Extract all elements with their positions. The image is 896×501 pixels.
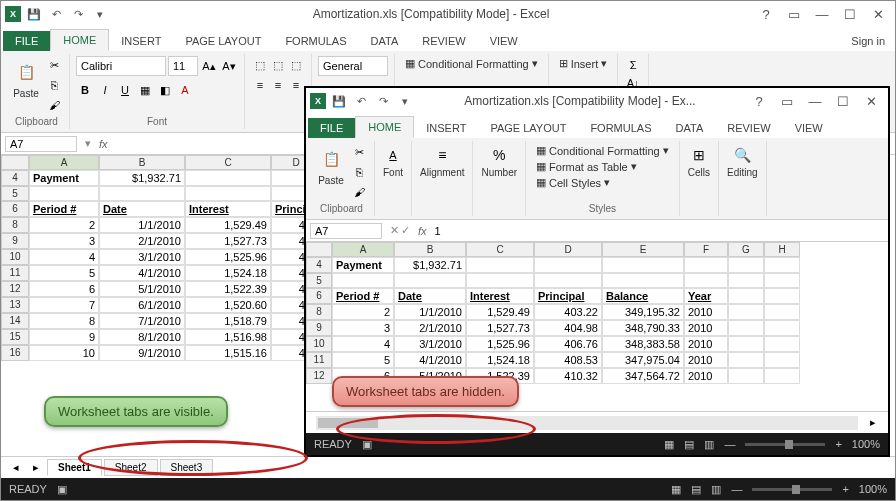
align-right-icon[interactable]: ≡: [287, 76, 305, 94]
tab-data[interactable]: DATA: [664, 118, 716, 138]
cell[interactable]: 9/1/2010: [99, 345, 185, 361]
row-header[interactable]: 10: [306, 336, 332, 352]
qa-more-icon[interactable]: ▾: [91, 5, 109, 23]
cell[interactable]: 1,520.60: [185, 297, 271, 313]
col-header[interactable]: G: [728, 242, 764, 257]
cell[interactable]: Date: [99, 201, 185, 217]
paste-button[interactable]: 📋 Paste: [10, 56, 42, 101]
help-icon[interactable]: ?: [753, 4, 779, 24]
copy-icon[interactable]: ⎘: [350, 163, 368, 181]
cancel-icon[interactable]: ✕: [390, 224, 399, 237]
cell[interactable]: 10: [29, 345, 99, 361]
sign-in-link[interactable]: Sign in: [841, 31, 895, 51]
view-pagebreak-icon[interactable]: ▥: [704, 438, 714, 451]
increase-font-icon[interactable]: A▴: [200, 57, 218, 75]
row-header[interactable]: 13: [1, 297, 29, 313]
tab-home[interactable]: HOME: [355, 116, 414, 138]
view-pagebreak-icon[interactable]: ▥: [711, 483, 721, 496]
italic-button[interactable]: I: [96, 81, 114, 99]
zoom-out-icon[interactable]: —: [731, 483, 742, 495]
fx-dropdown-icon[interactable]: ▾: [85, 137, 91, 150]
select-all-corner[interactable]: [306, 242, 332, 257]
format-painter-icon[interactable]: 🖌: [45, 96, 63, 114]
zoom-level[interactable]: 100%: [859, 483, 887, 495]
ribbon-toggle-icon[interactable]: ▭: [774, 91, 800, 111]
conditional-formatting-button[interactable]: ▦Conditional Formatting▾: [401, 56, 542, 71]
tab-insert[interactable]: INSERT: [414, 118, 478, 138]
font-size-select[interactable]: 11: [168, 56, 198, 76]
cell[interactable]: Payment: [29, 170, 99, 186]
row-header[interactable]: 4: [1, 170, 29, 186]
align-top-icon[interactable]: ⬚: [251, 56, 269, 74]
enter-icon[interactable]: ✓: [401, 224, 410, 237]
view-layout-icon[interactable]: ▤: [691, 483, 701, 496]
align-middle-icon[interactable]: ⬚: [269, 56, 287, 74]
row-header[interactable]: 11: [306, 352, 332, 368]
minimize-icon[interactable]: —: [802, 91, 828, 111]
cell[interactable]: [185, 170, 271, 186]
insert-cells-button[interactable]: ⊞Insert▾: [555, 56, 612, 71]
maximize-icon[interactable]: ☐: [837, 4, 863, 24]
ribbon-toggle-icon[interactable]: ▭: [781, 4, 807, 24]
font-color-icon[interactable]: A: [176, 81, 194, 99]
conditional-formatting-button[interactable]: ▦Conditional Formatting▾: [532, 143, 673, 158]
align-center-icon[interactable]: ≡: [269, 76, 287, 94]
border-icon[interactable]: ▦: [136, 81, 154, 99]
cell[interactable]: 4/1/2010: [99, 265, 185, 281]
cell[interactable]: 3/1/2010: [99, 249, 185, 265]
tab-data[interactable]: DATA: [359, 31, 411, 51]
tab-formulas[interactable]: FORMULAS: [578, 118, 663, 138]
cell[interactable]: 6: [29, 281, 99, 297]
cell[interactable]: 1/1/2010: [99, 217, 185, 233]
cell[interactable]: 4: [29, 249, 99, 265]
tab-formulas[interactable]: FORMULAS: [273, 31, 358, 51]
cells-group-button[interactable]: ⊞Cells: [686, 143, 712, 180]
undo-icon[interactable]: ↶: [352, 92, 370, 110]
row-header[interactable]: 14: [1, 313, 29, 329]
font-name-select[interactable]: Calibri: [76, 56, 166, 76]
cell[interactable]: 1,516.98: [185, 329, 271, 345]
cell[interactable]: 1,515.16: [185, 345, 271, 361]
align-left-icon[interactable]: ≡: [251, 76, 269, 94]
close-icon[interactable]: ✕: [858, 91, 884, 111]
scroll-right-icon[interactable]: ▸: [864, 414, 882, 432]
tab-view[interactable]: VIEW: [478, 31, 530, 51]
view-normal-icon[interactable]: ▦: [664, 438, 674, 451]
name-box[interactable]: [310, 223, 382, 239]
col-header[interactable]: C: [466, 242, 534, 257]
redo-icon[interactable]: ↷: [374, 92, 392, 110]
row-header[interactable]: 6: [1, 201, 29, 217]
cut-icon[interactable]: ✂: [350, 143, 368, 161]
formula-input[interactable]: [431, 224, 888, 238]
row-header[interactable]: 5: [1, 186, 29, 201]
tab-nav-prev-icon[interactable]: ◂: [7, 459, 25, 477]
cell[interactable]: 6/1/2010: [99, 297, 185, 313]
tab-home[interactable]: HOME: [50, 29, 109, 51]
font-group-button[interactable]: AFont: [381, 143, 405, 180]
cell[interactable]: 5: [29, 265, 99, 281]
format-painter-icon[interactable]: 🖌: [350, 183, 368, 201]
col-header[interactable]: H: [764, 242, 800, 257]
help-icon[interactable]: ?: [746, 91, 772, 111]
tab-page-layout[interactable]: PAGE LAYOUT: [173, 31, 273, 51]
col-header[interactable]: A: [332, 242, 394, 257]
number-group-button[interactable]: %Number: [479, 143, 519, 180]
qa-more-icon[interactable]: ▾: [396, 92, 414, 110]
underline-button[interactable]: U: [116, 81, 134, 99]
cell[interactable]: 1,524.18: [185, 265, 271, 281]
cell[interactable]: 1,527.73: [185, 233, 271, 249]
row-header[interactable]: 12: [306, 368, 332, 384]
align-bottom-icon[interactable]: ⬚: [287, 56, 305, 74]
cell[interactable]: 2/1/2010: [99, 233, 185, 249]
macro-record-icon[interactable]: ▣: [57, 483, 67, 496]
tab-file[interactable]: FILE: [308, 118, 355, 138]
tab-view[interactable]: VIEW: [783, 118, 835, 138]
col-header[interactable]: E: [602, 242, 684, 257]
cell[interactable]: 5/1/2010: [99, 281, 185, 297]
row-header[interactable]: 8: [306, 304, 332, 320]
cell[interactable]: 2: [29, 217, 99, 233]
tab-page-layout[interactable]: PAGE LAYOUT: [478, 118, 578, 138]
row-header[interactable]: 16: [1, 345, 29, 361]
paste-button[interactable]: 📋Paste: [315, 143, 347, 188]
cell[interactable]: 8/1/2010: [99, 329, 185, 345]
